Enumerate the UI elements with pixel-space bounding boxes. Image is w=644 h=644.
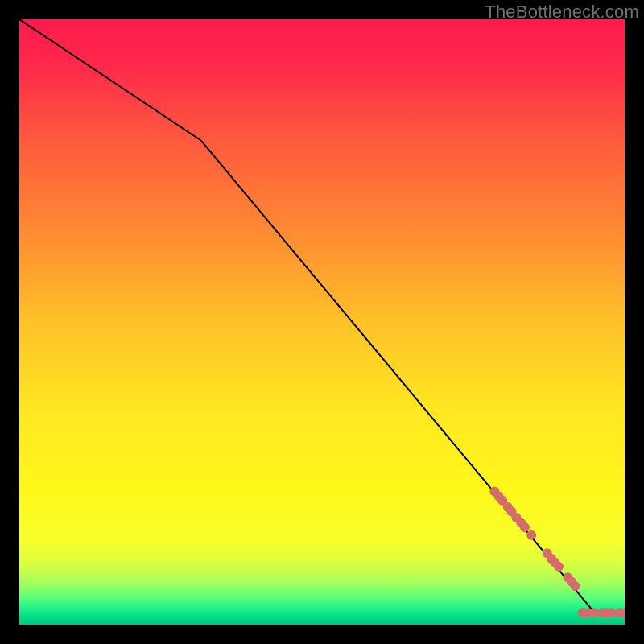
scatter-point	[520, 522, 530, 532]
scatter-point	[554, 562, 564, 572]
chart-plot	[19, 19, 625, 625]
scatter-point	[589, 608, 599, 617]
scatter-point	[526, 530, 536, 540]
scatter-point	[607, 608, 617, 617]
chart-frame	[19, 19, 625, 625]
scatter-point	[570, 581, 580, 591]
